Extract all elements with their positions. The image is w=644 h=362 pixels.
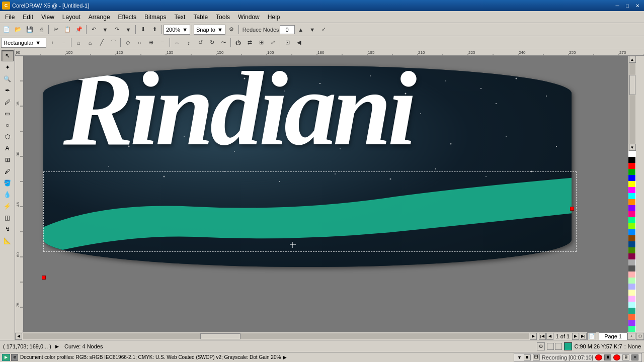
reduce-nodes-input[interactable] bbox=[280, 25, 295, 34]
tool-measure[interactable]: 📐 bbox=[2, 235, 14, 246]
undo-button[interactable]: ↶ bbox=[88, 24, 99, 35]
node-cusp-btn[interactable]: ◇ bbox=[122, 37, 133, 48]
rec-pause-btn[interactable]: ⏸ bbox=[604, 354, 611, 360]
quick-icon-2[interactable]: ⊗ bbox=[11, 354, 18, 361]
palette-swatch[interactable] bbox=[628, 199, 635, 205]
palette-swatch[interactable] bbox=[628, 163, 635, 169]
node-line-btn[interactable]: ╱ bbox=[96, 37, 107, 48]
reverse-curve-btn[interactable]: ⇄ bbox=[244, 37, 255, 48]
next-page-btn[interactable]: ▶ bbox=[572, 333, 579, 340]
new-button[interactable]: 📄 bbox=[1, 24, 12, 35]
menu-effects[interactable]: Effects bbox=[114, 13, 140, 22]
palette-swatch[interactable] bbox=[628, 157, 635, 163]
add-page-btn[interactable]: 📄 bbox=[587, 332, 596, 340]
doc-profile-expand[interactable]: ▶ bbox=[283, 354, 287, 360]
tool-eyedrop[interactable]: 💧 bbox=[2, 189, 14, 200]
palette-swatch[interactable] bbox=[628, 314, 635, 320]
main-canvas-area[interactable]: Rindiani bbox=[23, 56, 628, 332]
rec-ctrl-2[interactable]: 🎞 bbox=[533, 354, 540, 360]
palette-swatch[interactable] bbox=[628, 278, 635, 284]
menu-tools[interactable]: Tools bbox=[212, 13, 234, 22]
zoom-in-corner[interactable]: + bbox=[627, 333, 635, 340]
palette-swatch[interactable] bbox=[628, 308, 635, 314]
v-scroll-track[interactable] bbox=[629, 63, 635, 144]
menu-layout[interactable]: Layout bbox=[58, 13, 85, 22]
tool-shadow[interactable]: ◫ bbox=[2, 212, 14, 223]
node-handle-1[interactable] bbox=[42, 276, 46, 280]
snap-status-icon[interactable]: ⊙ bbox=[537, 342, 545, 350]
tool-zoom[interactable]: 🔍 bbox=[2, 73, 14, 84]
tool-pen[interactable]: 🖊 bbox=[2, 97, 14, 108]
close-button[interactable]: ✕ bbox=[633, 2, 642, 10]
snap-options-button[interactable]: ⚙ bbox=[226, 24, 237, 35]
export-button[interactable]: ⬆ bbox=[149, 24, 160, 35]
fit-page-btn[interactable]: ⊡ bbox=[636, 333, 644, 340]
tool-connector[interactable]: ↯ bbox=[2, 224, 14, 235]
palette-swatch[interactable] bbox=[628, 290, 635, 296]
zoom-dropdown[interactable]: 200% ▼ bbox=[164, 25, 190, 35]
v-scroll-thumb[interactable] bbox=[629, 75, 635, 95]
prev-page-btn[interactable]: ◀ bbox=[546, 333, 553, 340]
scroll-right-btn[interactable]: ▶ bbox=[530, 333, 537, 340]
tool-freehand[interactable]: ✒ bbox=[2, 85, 14, 96]
maximize-button[interactable]: □ bbox=[623, 2, 632, 10]
tool-text[interactable]: A bbox=[2, 143, 14, 154]
tool-rectangle[interactable]: ▭ bbox=[2, 108, 14, 119]
palette-swatch[interactable] bbox=[628, 175, 635, 181]
palette-swatch[interactable] bbox=[628, 229, 635, 235]
node-del-btn[interactable]: − bbox=[58, 37, 69, 48]
first-page-btn[interactable]: |◀ bbox=[539, 333, 546, 340]
menu-bitmaps[interactable]: Bitmaps bbox=[140, 13, 170, 22]
palette-swatch[interactable] bbox=[628, 247, 635, 253]
paste-button[interactable]: 📌 bbox=[73, 24, 85, 35]
palette-swatch[interactable] bbox=[628, 223, 635, 229]
scroll-up-btn[interactable]: ▲ bbox=[629, 56, 636, 63]
last-page-btn[interactable]: ▶| bbox=[580, 333, 587, 340]
copy-button[interactable]: 📋 bbox=[62, 24, 73, 35]
palette-swatch[interactable] bbox=[628, 320, 635, 326]
node-handle-2[interactable] bbox=[570, 207, 574, 211]
tool-polygon[interactable]: ⬡ bbox=[2, 131, 14, 142]
import-button[interactable]: ⬇ bbox=[137, 24, 148, 35]
node-curve-btn[interactable]: ⌒ bbox=[108, 37, 119, 48]
palette-swatch[interactable] bbox=[628, 169, 635, 175]
menu-file[interactable]: File bbox=[1, 13, 19, 22]
minimize-button[interactable]: ─ bbox=[613, 2, 622, 10]
reduce-nodes-down[interactable]: ▼ bbox=[307, 24, 318, 35]
mirror-h-btn[interactable]: ↔ bbox=[172, 37, 183, 48]
rec-down-btn[interactable]: ▼ bbox=[517, 355, 522, 360]
snap-ind-1[interactable] bbox=[547, 343, 554, 350]
cut-button[interactable]: ✂ bbox=[50, 24, 61, 35]
rotate-cw-btn[interactable]: ↻ bbox=[206, 37, 217, 48]
node-break-btn[interactable]: ⌂ bbox=[85, 37, 96, 48]
node-align-btn[interactable]: ≡ bbox=[157, 37, 168, 48]
page-tab[interactable]: Page 1 bbox=[599, 332, 627, 340]
rec-screen-btn[interactable]: 🖥 bbox=[622, 354, 629, 360]
palette-swatch[interactable] bbox=[628, 181, 635, 187]
menu-window[interactable]: Window bbox=[234, 13, 264, 22]
quick-icon-1[interactable]: ▶ bbox=[2, 354, 10, 361]
close-path-btn[interactable]: ⏻ bbox=[232, 37, 244, 48]
tool-outline[interactable]: 🖋 bbox=[2, 166, 14, 177]
palette-swatch[interactable] bbox=[628, 241, 635, 247]
rec-stop-btn[interactable] bbox=[595, 354, 602, 360]
palette-swatch[interactable] bbox=[628, 284, 635, 290]
rec-rec-btn[interactable] bbox=[613, 354, 620, 360]
palette-swatch[interactable] bbox=[628, 296, 635, 302]
snap-dropdown[interactable]: Snap to ▼ bbox=[194, 25, 225, 35]
palette-swatch[interactable] bbox=[628, 253, 635, 259]
node-join-btn[interactable]: ⌂ bbox=[73, 37, 84, 48]
node-symm-btn[interactable]: ⊕ bbox=[145, 37, 156, 48]
palette-swatch[interactable] bbox=[628, 217, 635, 223]
extract-subpath-btn[interactable]: ⊞ bbox=[256, 37, 267, 48]
tool-table[interactable]: ⊞ bbox=[2, 154, 14, 165]
scroll-down-btn[interactable]: ▼ bbox=[629, 144, 636, 151]
rotate-ccw-btn[interactable]: ↺ bbox=[195, 37, 206, 48]
menu-help[interactable]: Help bbox=[264, 13, 284, 22]
v-scrollbar[interactable]: ▲ ▼ bbox=[628, 56, 636, 151]
save-button[interactable]: 💾 bbox=[24, 24, 35, 35]
h-scrollbar[interactable]: ◀ ▶ |◀ ◀ 1 of 1 ▶ ▶| 📄 Page 1 + bbox=[15, 332, 644, 340]
open-button[interactable]: 📂 bbox=[13, 24, 24, 35]
redo-button[interactable]: ↷ bbox=[111, 24, 122, 35]
node-smooth-btn[interactable]: ○ bbox=[134, 37, 145, 48]
